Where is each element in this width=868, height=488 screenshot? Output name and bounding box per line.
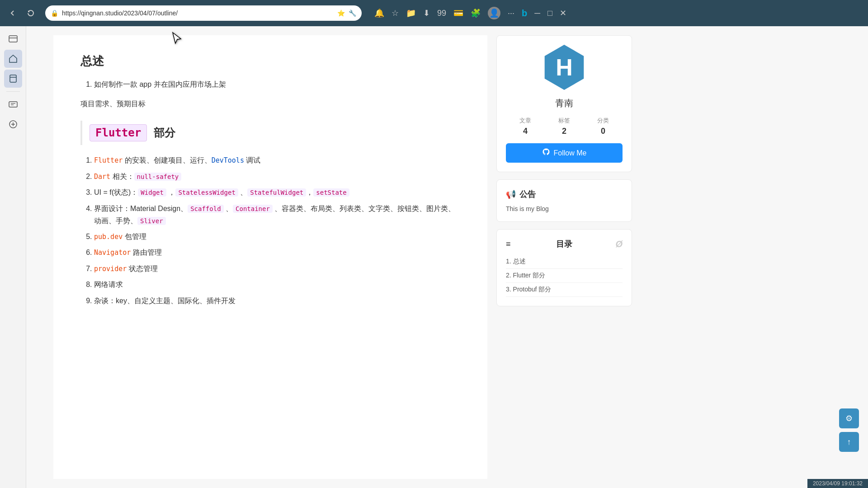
stat-articles-value: 4 — [519, 127, 531, 136]
refresh-button[interactable] — [24, 6, 38, 20]
settings-float-button[interactable]: ⚙ — [839, 408, 859, 428]
sidebar-add-icon[interactable] — [4, 115, 22, 133]
datetime-text: 2023/04/09 19:01:32 — [813, 480, 863, 487]
dart-link[interactable]: Dart — [94, 173, 110, 181]
scaffold-tag: Scaffold — [188, 205, 223, 213]
main-content-area: 总述 如何制作一款 app 并在国内应用市场上架 项目需求、预期目标 Flutt… — [26, 26, 868, 488]
close-icon[interactable]: ✕ — [560, 8, 566, 18]
wallet-icon[interactable]: 💳 — [453, 8, 463, 18]
container-tag: Container — [233, 205, 273, 213]
follow-me-button[interactable]: Follow Me — [506, 143, 623, 163]
history-icon[interactable]: 99 — [437, 9, 446, 18]
flutter-keyword-text: Flutter — [95, 127, 141, 139]
stat-tags-label: 标签 — [558, 117, 570, 125]
extension-icon: 🔧 — [349, 9, 356, 17]
follow-me-label: Follow Me — [554, 149, 587, 157]
extensions-icon[interactable]: 🧩 — [471, 8, 481, 18]
notice-panel: 📢 公告 This is my Blog — [496, 179, 632, 222]
notice-header: 📢 公告 — [506, 189, 623, 200]
user-avatar[interactable]: 👤 — [488, 7, 500, 19]
sidebar-divider — [6, 91, 20, 92]
maximize-icon[interactable]: □ — [547, 9, 552, 18]
collections-icon[interactable]: 📁 — [406, 8, 416, 18]
sliver-tag: Sliver — [137, 217, 166, 225]
svg-rect-2 — [10, 75, 16, 82]
stateless-tag: StatelessWidget — [175, 188, 238, 197]
author-name: 青南 — [506, 97, 623, 109]
toc-title: 目录 — [556, 239, 572, 249]
stat-categories-label: 分类 — [597, 117, 609, 125]
flutter-link[interactable]: Flutter — [94, 156, 123, 164]
github-icon — [542, 148, 550, 158]
widget-tag: Widget — [138, 188, 166, 197]
author-avatar-container: H — [542, 45, 587, 90]
section2-title-suffix: 部分 — [151, 127, 175, 139]
section2-title: Flutter 部分 — [80, 121, 460, 145]
favorites-icon[interactable]: ☆ — [392, 8, 399, 18]
sidebar-history-icon[interactable] — [4, 95, 22, 113]
author-avatar: H — [542, 45, 587, 90]
stat-categories-value: 0 — [597, 127, 609, 136]
null-safety-tag: null-safety — [134, 173, 182, 181]
sidebar-bookmark-icon[interactable] — [4, 70, 22, 88]
flutter-title-box: Flutter — [90, 124, 147, 141]
flutter-list: Flutter 的安装、创建项目、运行、DevTools 调试 Dart 相关：… — [80, 154, 460, 306]
stateful-tag: StatefulWidget — [247, 188, 306, 197]
notice-title: 公告 — [519, 189, 536, 200]
sidebar-tabs-icon[interactable] — [4, 30, 22, 48]
list-item: UI = f(状态)：Widget ，StatelessWidget 、Stat… — [94, 186, 460, 198]
stat-articles-label: 文章 — [519, 117, 531, 125]
up-arrow-icon: ↑ — [847, 437, 851, 447]
scroll-top-button[interactable]: ↑ — [839, 432, 859, 452]
toc-header: ≡ 目录 Ø — [506, 239, 623, 249]
address-bar[interactable]: 🔒 https://qingnan.studio/2023/04/07/outl… — [45, 5, 362, 21]
toc-list: 1. 总述 2. Flutter 部分 3. Protobuf 部分 — [506, 255, 623, 297]
list-item: Navigator 路由管理 — [94, 246, 460, 259]
downloads-icon[interactable]: ⬇ — [423, 8, 430, 18]
toc-panel: ≡ 目录 Ø 1. 总述 2. Flutter 部分 3. Protobuf 部… — [496, 229, 632, 306]
devtools-link[interactable]: DevTools — [212, 156, 244, 164]
sidebar-home-icon[interactable] — [4, 50, 22, 68]
content-wrapper: 总述 如何制作一款 app 并在国内应用市场上架 项目需求、预期目标 Flutt… — [26, 26, 868, 488]
article-content: 总述 如何制作一款 app 并在国内应用市场上架 项目需求、预期目标 Flutt… — [53, 35, 487, 479]
settings-icon: ⚙ — [845, 413, 853, 423]
star-icon: ⭐ — [337, 9, 345, 17]
stat-categories: 分类 0 — [597, 117, 609, 136]
provider-link[interactable]: provider — [94, 265, 127, 273]
setstate-tag: setState — [313, 188, 349, 197]
floating-buttons: ⚙ ↑ — [839, 408, 859, 452]
svg-rect-0 — [9, 36, 17, 42]
list-item: 网络请求 — [94, 278, 460, 291]
author-panel: H 青南 文章 4 标签 2 分类 0 — [496, 35, 632, 172]
author-stats: 文章 4 标签 2 分类 0 — [506, 117, 623, 136]
browser-sidebar — [0, 26, 26, 488]
navigator-link[interactable]: Navigator — [94, 249, 131, 257]
toc-item-2[interactable]: 2. Flutter 部分 — [506, 269, 623, 283]
list-item: pub.dev 包管理 — [94, 230, 460, 243]
profile-icon[interactable]: 🔔 — [374, 8, 384, 18]
back-button[interactable] — [5, 6, 20, 20]
notice-content: This is my Blog — [506, 205, 623, 212]
section1-sub: 项目需求、预期目标 — [80, 98, 460, 110]
svg-rect-3 — [9, 102, 17, 107]
stat-articles: 文章 4 — [519, 117, 531, 136]
section1-title: 总述 — [80, 53, 460, 69]
list-item: Dart 相关：null-safety — [94, 170, 460, 183]
stat-tags: 标签 2 — [558, 117, 570, 136]
pubdev-link[interactable]: pub.dev — [94, 233, 123, 241]
notice-icon: 📢 — [506, 189, 516, 199]
toc-item-3[interactable]: 3. Protobuf 部分 — [506, 283, 623, 297]
list-item: provider 状态管理 — [94, 263, 460, 275]
browser-titlebar: 🔒 https://qingnan.studio/2023/04/07/outl… — [0, 0, 868, 26]
stat-tags-value: 2 — [558, 127, 570, 136]
browser-toolbar: 🔔 ☆ 📁 ⬇ 99 💳 🧩 👤 ··· b ─ □ ✕ — [374, 7, 566, 19]
more-menu-icon[interactable]: ··· — [508, 9, 514, 18]
minimize-icon[interactable]: ─ — [534, 9, 540, 18]
toc-count: Ø — [615, 239, 623, 249]
url-text: https://qingnan.studio/2023/04/07/outlin… — [62, 9, 334, 17]
toc-item-1[interactable]: 1. 总述 — [506, 255, 623, 269]
list-item: 如何制作一款 app 并在国内应用市场上架 — [94, 78, 460, 90]
list-item: Flutter 的安装、创建项目、运行、DevTools 调试 — [94, 154, 460, 167]
bing-icon[interactable]: b — [522, 8, 527, 19]
sidebar-right: H 青南 文章 4 标签 2 分类 0 — [496, 35, 632, 479]
